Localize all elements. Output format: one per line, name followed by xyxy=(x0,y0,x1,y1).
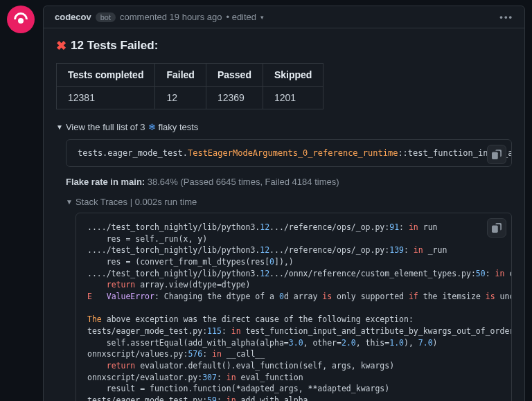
chevron-down-icon: ▼ xyxy=(66,198,73,206)
comment-header: codecov bot commented 19 hours ago • edi… xyxy=(44,6,524,28)
codecov-avatar[interactable] xyxy=(7,6,35,33)
copy-button[interactable] xyxy=(487,145,506,164)
flaky-tests-toggle[interactable]: ▼ View the full list of 3 ❄ flaky tests xyxy=(56,122,512,132)
author-link[interactable]: codecov xyxy=(55,12,91,22)
th-skipped: Skipped xyxy=(263,64,323,87)
comment-container: codecov bot commented 19 hours ago • edi… xyxy=(43,6,525,401)
stack-trace-toggle[interactable]: ▼ Stack Traces | 0.002s run time xyxy=(66,197,512,207)
snowflake-icon: ❄ xyxy=(148,122,156,132)
comment-timestamp[interactable]: commented 19 hours ago xyxy=(120,12,222,22)
edited-label[interactable]: • edited xyxy=(226,12,256,22)
tests-summary-table: Tests completed Failed Passed Skipped 12… xyxy=(56,63,323,109)
th-failed: Failed xyxy=(155,64,206,87)
comment-menu-icon[interactable]: ••• xyxy=(499,12,513,22)
table-row: 12381 12 12369 1201 xyxy=(57,87,323,109)
flake-rate-line: Flake rate in main: 38.64% (Passed 6645 … xyxy=(66,177,512,187)
tests-failed-heading: ✖ 12 Tests Failed: xyxy=(56,38,512,53)
svg-point-0 xyxy=(18,18,24,24)
x-fail-icon: ✖ xyxy=(56,38,66,53)
chevron-down-icon: ▼ xyxy=(56,123,63,131)
edited-caret-icon[interactable]: ▾ xyxy=(260,14,264,21)
copy-button[interactable] xyxy=(487,218,506,238)
comment-body: ✖ 12 Tests Failed: Tests completed Faile… xyxy=(44,28,524,401)
bot-badge: bot xyxy=(96,12,116,22)
th-completed: Tests completed xyxy=(57,64,155,87)
th-passed: Passed xyxy=(206,64,263,87)
stack-trace-block: ..../test_torch_nightly/lib/python3.12..… xyxy=(76,213,512,401)
flaky-test-path-block: tests.eager_mode_test.TestEagerModeArgum… xyxy=(66,139,512,167)
